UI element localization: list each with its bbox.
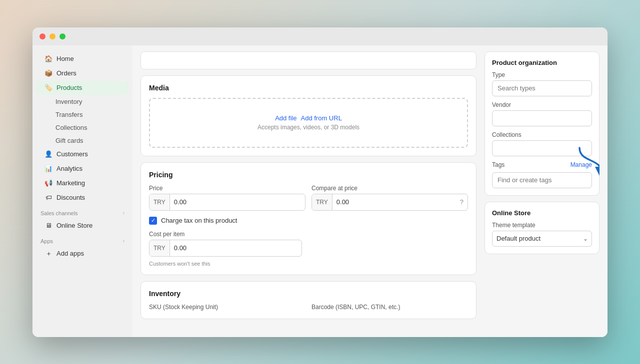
vendor-label: Vendor — [492, 101, 592, 108]
chevron-right-apps-icon: › — [123, 238, 124, 244]
right-column: Product organization Type Vendor Collect… — [484, 45, 600, 329]
check-icon: ✓ — [151, 217, 156, 224]
sidebar-item-marketing[interactable]: 📢 Marketing — [36, 176, 128, 190]
center-column: Media Add file Add from URL Accepts imag… — [140, 45, 476, 329]
vendor-input[interactable] — [492, 110, 592, 126]
tags-label: Tags — [492, 161, 504, 168]
media-links: Add file Add from URL — [275, 114, 342, 122]
products-icon: 🏷️ — [44, 84, 52, 92]
compare-at-currency: TRY — [312, 194, 332, 210]
theme-template-label: Theme template — [492, 222, 592, 229]
media-title: Media — [149, 84, 468, 92]
add-file-link[interactable]: Add file — [275, 114, 296, 122]
product-organization-title: Product organization — [492, 59, 592, 66]
analytics-icon: 📊 — [44, 165, 52, 173]
cost-currency: TRY — [150, 240, 170, 256]
price-input-wrapper: TRY — [149, 194, 306, 211]
maximize-button[interactable] — [60, 33, 66, 39]
type-field-row: Type — [492, 71, 592, 96]
collections-label: Collections — [492, 131, 592, 138]
sidebar-item-discounts[interactable]: 🏷 Discounts — [36, 191, 128, 205]
chevron-right-icon: › — [123, 210, 124, 216]
sidebar-item-inventory[interactable]: Inventory — [36, 95, 128, 108]
price-currency: TRY — [150, 194, 170, 210]
title-bar — [32, 27, 608, 45]
sidebar-home-label: Home — [56, 55, 74, 62]
sidebar-item-add-apps[interactable]: ＋ Add apps — [36, 247, 128, 261]
inventory-header-row: SKU (Stock Keeping Unit) Barcode (ISBN, … — [149, 304, 468, 311]
sidebar-products-label: Products — [56, 84, 82, 91]
cost-input[interactable] — [170, 244, 302, 252]
media-dropzone[interactable]: Add file Add from URL Accepts images, vi… — [149, 98, 468, 148]
pricing-row: Price TRY Compare at price TRY ? — [149, 185, 468, 211]
cost-per-item-field: Cost per item TRY Customers won't see th… — [149, 231, 302, 267]
online-store-title: Online Store — [492, 209, 592, 217]
apps-section: Apps › — [32, 233, 132, 246]
orders-icon: 📦 — [44, 69, 52, 77]
customers-icon: 👤 — [44, 150, 52, 158]
sidebar-item-home[interactable]: 🏠 Home — [36, 52, 128, 66]
close-button[interactable] — [40, 33, 46, 39]
price-input[interactable] — [170, 198, 305, 206]
online-store-icon: 🖥 — [44, 222, 52, 230]
sku-field: SKU (Stock Keeping Unit) — [149, 304, 306, 311]
compare-at-price-label: Compare at price — [312, 185, 468, 192]
sidebar: 🏠 Home 📦 Orders 🏷️ Products Inventory Tr… — [32, 45, 132, 337]
sidebar-item-customers[interactable]: 👤 Customers — [36, 147, 128, 161]
price-label: Price — [149, 185, 306, 192]
sidebar-collections-label: Collections — [56, 124, 88, 131]
app-window: 🏠 Home 📦 Orders 🏷️ Products Inventory Tr… — [32, 27, 608, 337]
compare-at-price-input[interactable] — [332, 198, 456, 206]
charge-tax-checkbox[interactable]: ✓ — [149, 217, 157, 225]
sidebar-gift-cards-label: Gift cards — [56, 137, 84, 144]
sidebar-item-analytics[interactable]: 📊 Analytics — [36, 162, 128, 176]
compare-at-price-input-wrapper: TRY ? — [312, 194, 468, 211]
sidebar-transfers-label: Transfers — [56, 111, 82, 118]
blue-arrow-annotation — [574, 143, 600, 185]
sidebar-add-apps-label: Add apps — [56, 250, 84, 257]
sidebar-marketing-label: Marketing — [56, 179, 85, 187]
add-from-url-link[interactable]: Add from URL — [301, 114, 342, 122]
theme-template-select-wrapper: Default product — [492, 231, 592, 247]
sidebar-customers-label: Customers — [56, 150, 88, 158]
vendor-field-row: Vendor — [492, 101, 592, 126]
sku-label: SKU (Stock Keeping Unit) — [149, 304, 306, 311]
info-icon: ? — [456, 198, 468, 206]
sales-channels-section: Sales channels › — [32, 205, 132, 218]
charge-tax-row: ✓ Charge tax on this product — [149, 217, 468, 225]
theme-template-field-row: Theme template Default product — [492, 222, 592, 247]
sidebar-item-transfers[interactable]: Transfers — [36, 108, 128, 121]
theme-template-select[interactable]: Default product — [492, 231, 592, 247]
pricing-card: Pricing Price TRY Compare at price — [140, 162, 476, 275]
cost-hint: Customers won't see this — [149, 261, 302, 267]
price-field: Price TRY — [149, 185, 306, 211]
barcode-field: Barcode (ISBN, UPC, GTIN, etc.) — [312, 304, 468, 311]
sidebar-item-orders[interactable]: 📦 Orders — [36, 66, 128, 80]
sidebar-inventory-label: Inventory — [56, 98, 82, 105]
type-input[interactable] — [492, 80, 592, 96]
barcode-label: Barcode (ISBN, UPC, GTIN, etc.) — [312, 304, 468, 311]
pricing-title: Pricing — [149, 171, 468, 179]
inventory-card: Inventory SKU (Stock Keeping Unit) Barco… — [140, 281, 476, 319]
add-icon: ＋ — [44, 250, 52, 258]
home-icon: 🏠 — [44, 55, 52, 63]
sales-channels-label: Sales channels — [40, 210, 78, 216]
online-store-card: Online Store Theme template Default prod… — [484, 202, 600, 254]
type-label: Type — [492, 71, 592, 78]
marketing-icon: 📢 — [44, 179, 52, 187]
sidebar-item-gift-cards[interactable]: Gift cards — [36, 134, 128, 147]
discounts-icon: 🏷 — [44, 194, 52, 202]
sidebar-item-products[interactable]: 🏷️ Products — [36, 81, 128, 95]
inventory-title: Inventory — [149, 290, 468, 298]
sidebar-discounts-label: Discounts — [56, 194, 85, 201]
sidebar-orders-label: Orders — [56, 69, 76, 77]
compare-at-price-field: Compare at price TRY ? — [312, 185, 468, 211]
sidebar-item-online-store[interactable]: 🖥 Online Store — [36, 219, 128, 233]
minimize-button[interactable] — [50, 33, 56, 39]
sidebar-item-collections[interactable]: Collections — [36, 121, 128, 134]
sidebar-analytics-label: Analytics — [56, 165, 82, 172]
apps-label: Apps — [40, 238, 53, 244]
charge-tax-label: Charge tax on this product — [161, 217, 237, 224]
top-input-bar[interactable] — [140, 51, 476, 69]
main-content: Media Add file Add from URL Accepts imag… — [132, 45, 608, 337]
